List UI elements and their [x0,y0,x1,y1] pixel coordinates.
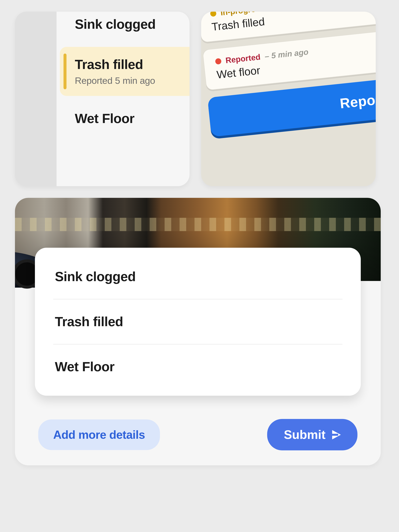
status-label: Reported [225,52,261,65]
issue-option-sink-clogged[interactable]: Sink clogged [53,254,342,299]
issue-option-trash-filled[interactable]: Trash filled [53,299,342,344]
send-icon [332,430,341,439]
issue-option-label: Wet Floor [55,359,114,374]
report-issue-button-label: Report Issue [339,87,376,111]
issue-picker-preview-card: Sink clogged Trash filled Reported 5 min… [15,12,190,186]
add-more-details-label: Add more details [53,428,145,441]
issue-option-sink-clogged[interactable]: Sink clogged [57,12,190,42]
status-timestamp: – 5 min ago [264,47,309,61]
issue-picker-list: Sink clogged Trash filled Reported 5 min… [57,12,190,186]
issue-option-wet-floor[interactable]: Wet Floor [57,101,190,136]
report-issue-form-card: Sink clogged Trash filled Wet Floor Add … [15,198,381,465]
issue-option-wet-floor[interactable]: Wet Floor [53,344,342,389]
status-dot-icon [210,12,217,17]
status-dot-icon [215,58,222,65]
issue-option-label: Trash filled [75,57,143,72]
issue-status-preview-card: In-progress Trash filled Reported – 5 mi… [201,12,376,186]
issue-option-trash-filled[interactable]: Trash filled Reported 5 min ago [60,47,190,96]
issue-option-label: Sink clogged [55,269,136,284]
issue-option-subtitle: Reported 5 min ago [75,75,190,86]
issue-option-label: Wet Floor [75,111,134,126]
submit-button-label: Submit [284,428,325,442]
issue-options-sheet: Sink clogged Trash filled Wet Floor [35,248,361,396]
issue-option-label: Sink clogged [75,17,156,32]
submit-button[interactable]: Submit [267,419,357,450]
add-more-details-button[interactable]: Add more details [38,419,160,450]
issue-option-label: Trash filled [55,314,123,329]
